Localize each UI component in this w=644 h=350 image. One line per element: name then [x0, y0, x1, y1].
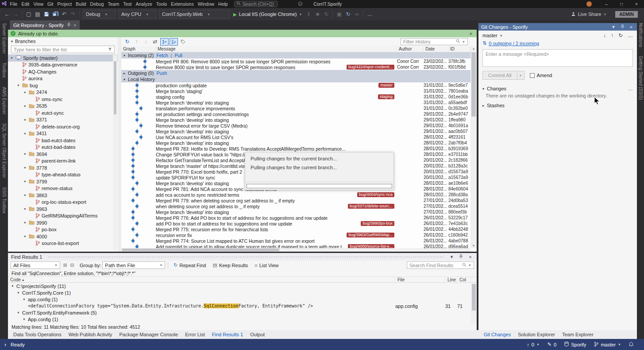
- list-view-button[interactable]: ≡ List View: [252, 261, 281, 269]
- menu-view[interactable]: View: [31, 1, 46, 7]
- compare-commits-icon[interactable]: ⇄: [151, 38, 159, 46]
- column-header-line[interactable]: Line: [445, 277, 457, 282]
- go-to-parent-icon[interactable]: ↑: [132, 38, 141, 46]
- commit-row-7801eaba[interactable]: Merge branch 'staging'31/01/202...7801ea…: [121, 88, 470, 94]
- commit-row-0c392be0[interactable]: translation performance improvements31/0…: [121, 105, 470, 111]
- scroll-up-icon[interactable]: ▲: [470, 47, 477, 50]
- panel-tab-error-list[interactable]: Error List: [181, 330, 208, 339]
- find-results-scrollbar[interactable]: [471, 283, 477, 323]
- open-folder-icon[interactable]: ▤: [33, 10, 42, 19]
- find-results-title-bar[interactable]: Find Results 1 ▼ ×: [8, 253, 477, 261]
- panel-tab-git-changes[interactable]: Git Changes: [480, 330, 514, 339]
- pin-icon[interactable]: [458, 254, 464, 260]
- platform-dropdown[interactable]: Any CPU▼: [118, 10, 156, 19]
- commit-row-4ff23161[interactable]: Use NCA account for RMS List CSV's28/01/…: [121, 134, 470, 140]
- panel-tab-output[interactable]: Output: [247, 330, 268, 339]
- panel-tab-team-explorer[interactable]: Team Explorer: [559, 330, 597, 339]
- link-pull[interactable]: Pull: [174, 53, 182, 58]
- menu-window[interactable]: Window: [196, 1, 216, 7]
- commit-row-4b01691a[interactable]: Remove timeout error for large CSV (Medr…: [121, 123, 470, 128]
- section-incoming[interactable]: ▾Incoming (2)Fetch|Pull: [121, 52, 470, 58]
- expander-icon[interactable]: ▾: [10, 56, 14, 60]
- notifications-bell-icon[interactable]: [629, 342, 633, 348]
- graph-view-toggle-icon[interactable]: [160, 38, 169, 46]
- feedback-icon[interactable]: [298, 1, 303, 7]
- sync-icon[interactable]: ↻: [618, 32, 623, 39]
- commit-row-b3919369[interactable]: Merged PR 783: Hotfix to Develop: RMS Tr…: [121, 146, 470, 152]
- undo-icon[interactable]: ↶: [60, 10, 69, 19]
- commit-row-53229c17[interactable]: Merged PR 776: Add PO box to start of ad…: [121, 215, 470, 221]
- branch-item-oms-sync[interactable]: oms-sync: [8, 96, 118, 103]
- redo-icon[interactable]: ↷: [69, 10, 77, 19]
- section-outgoing[interactable]: ▸Outgoing (0)Push: [121, 70, 470, 76]
- commit-row-aac0b507[interactable]: Merge branch 'develop' into staging29/01…: [121, 128, 470, 134]
- expander-icon[interactable]: ▾: [123, 54, 125, 58]
- panel-tab-data-tools-operations[interactable]: Data Tools Operations: [10, 330, 65, 339]
- go-to-child-icon[interactable]: ↓: [142, 38, 150, 46]
- expander-icon[interactable]: ▾: [23, 221, 27, 225]
- panel-tab-solution-explorer[interactable]: Solution Explorer: [514, 330, 559, 339]
- branches-header[interactable]: ▾ Branches: [8, 37, 118, 45]
- break-all-icon[interactable]: ‖: [304, 10, 313, 19]
- commit-row-24d0ba53[interactable]: Merged PR 779: when deleting source org …: [121, 198, 470, 203]
- column-header-col[interactable]: Col: [457, 277, 470, 282]
- branch-item-bug[interactable]: ▾bug: [8, 82, 118, 89]
- show-tags-icon[interactable]: [179, 38, 187, 46]
- startup-project-dropdown[interactable]: CorrIT.Sporify.Web▼: [159, 10, 230, 19]
- expand-all-icon[interactable]: ⊞: [62, 262, 69, 268]
- branch-item-aq-changes[interactable]: AQ-Changes: [8, 68, 118, 75]
- menu-project[interactable]: Project: [55, 1, 74, 7]
- find-result-row-0[interactable]: ▾C:\projects\Sporify (11): [8, 283, 470, 289]
- tool-strip-sql-server-object-explorer[interactable]: SQL Server Object Explorer: [2, 123, 7, 178]
- commit-message-input[interactable]: Enter a message <Required>: [482, 49, 633, 67]
- commit-row-7e41b63c[interactable]: add PO box to start of address for loc s…: [121, 221, 470, 226]
- commit-row-378fc3fb[interactable]: Merged PR 806: Remove 8000 size limit to…: [121, 58, 470, 64]
- configuration-dropdown[interactable]: Debug▼: [83, 10, 116, 19]
- scrollbar-thumb[interactable]: [122, 249, 279, 251]
- menu-file[interactable]: File: [8, 1, 19, 7]
- browser-link-icon[interactable]: ∞: [352, 10, 361, 19]
- start-debugging-button[interactable]: ▶ Local IIS (Google Chrome) ▼: [233, 12, 302, 17]
- branch-item-3778[interactable]: ▾3778: [8, 164, 118, 171]
- branch-item-3990[interactable]: ▾3990: [8, 219, 118, 226]
- branch-item-3411[interactable]: ▾3411: [8, 130, 118, 137]
- history-filter-input[interactable]: Filter History ▼: [401, 38, 468, 45]
- attach-to-process-icon[interactable]: ▣: [335, 10, 343, 19]
- panel-tab-package-manager-console[interactable]: Package Manager Console: [116, 330, 181, 339]
- refresh-history-icon[interactable]: ↻: [123, 38, 131, 46]
- column-header-code[interactable]: Code▴: [8, 277, 395, 282]
- nav-forward-icon[interactable]: →: [12, 10, 20, 19]
- collapse-all-icon[interactable]: ⊟: [69, 262, 76, 268]
- refresh-browser-icon[interactable]: ↻: [343, 10, 352, 19]
- window-close-button[interactable]: ×: [629, 0, 644, 8]
- commit-row-288cd38a[interactable]: add nca account to sync restricted terms…: [121, 192, 470, 198]
- keep-results-button[interactable]: ▤ Keep Results: [210, 261, 251, 269]
- find-result-row-2[interactable]: ▾app.config (1): [8, 296, 470, 303]
- branch-item-parent-term-link[interactable]: parent-term-link: [8, 158, 118, 165]
- branch-item-po-box[interactable]: po-box: [8, 226, 118, 233]
- pane-splitter[interactable]: [118, 37, 121, 252]
- find-result-row-4[interactable]: ▾CorrIT.Sporify.EntityFramework (5): [8, 309, 470, 316]
- history-scrollbar[interactable]: ▲ ▼: [470, 46, 477, 248]
- scrollbar-thumb[interactable]: [471, 52, 476, 117]
- commit-row-1ffea980[interactable]: Merge branch 'develop' into staging29/01…: [121, 117, 470, 123]
- sync-status-link[interactable]: 0 outgoing / 2 incoming: [489, 41, 539, 46]
- live-share-button[interactable]: Live Share ▼: [571, 12, 607, 17]
- expander-icon[interactable]: ▾: [22, 317, 26, 321]
- close-icon[interactable]: ×: [470, 31, 474, 36]
- scrollbar-thumb[interactable]: [114, 61, 116, 114]
- expander-icon[interactable]: ▾: [23, 90, 27, 94]
- expander-icon[interactable]: ▾: [23, 179, 27, 183]
- branch-item-2474[interactable]: ▾2474: [8, 89, 118, 96]
- pull-icon[interactable]: ↓: [603, 32, 606, 39]
- tool-strip-server-explorer[interactable]: Server Explorer: [2, 23, 7, 54]
- expander-icon[interactable]: ▾: [16, 311, 20, 315]
- restart-icon[interactable]: ↻: [322, 10, 331, 19]
- branch-item-bad-eutct-dates[interactable]: bad-eutct-dates: [8, 137, 118, 144]
- branch-picker[interactable]: master ▼: [594, 342, 621, 348]
- link-push[interactable]: Push: [156, 70, 167, 76]
- branch-item-source-list-export[interactable]: source-list-export: [8, 240, 118, 247]
- branches-scrollbar[interactable]: [113, 55, 117, 250]
- nav-back-icon[interactable]: ←: [3, 10, 12, 19]
- unsaved-edits-indicator[interactable]: ✎ 0: [548, 342, 556, 347]
